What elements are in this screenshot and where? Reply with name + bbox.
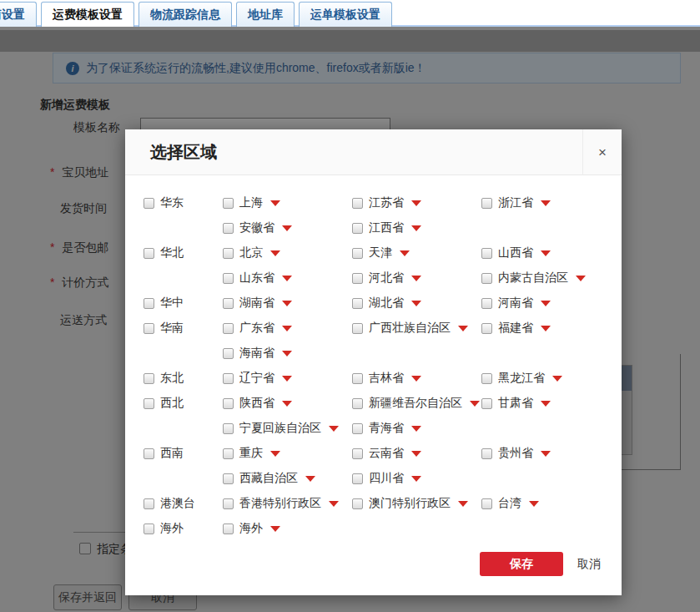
province-checkbox[interactable]: [223, 348, 234, 359]
region-row: 西藏自治区四川省: [144, 466, 622, 491]
province-checkbox[interactable]: [481, 198, 492, 209]
region-group-checkbox[interactable]: [144, 298, 154, 309]
province-checkbox[interactable]: [223, 273, 234, 284]
close-icon[interactable]: ×: [582, 129, 622, 175]
tab-logistics-tracking[interactable]: 物流跟踪信息: [138, 2, 232, 27]
province-checkbox[interactable]: [481, 448, 492, 459]
expand-cities-icon[interactable]: [541, 401, 551, 407]
province-checkbox[interactable]: [223, 523, 234, 534]
expand-cities-icon[interactable]: [270, 200, 280, 206]
region-group-checkbox[interactable]: [144, 373, 154, 384]
cancel-button[interactable]: 取消: [577, 557, 601, 572]
expand-cities-icon[interactable]: [541, 326, 551, 331]
province-label: 广西壮族自治区: [369, 321, 451, 336]
region-row: 华南广东省广西壮族自治区福建省: [144, 316, 622, 341]
province-checkbox[interactable]: [352, 398, 363, 409]
expand-cities-icon[interactable]: [411, 451, 421, 457]
province-label: 河南省: [498, 296, 533, 311]
province-checkbox[interactable]: [223, 248, 234, 259]
expand-cities-icon[interactable]: [270, 250, 280, 256]
province-checkbox[interactable]: [223, 398, 234, 409]
expand-cities-icon[interactable]: [411, 426, 421, 432]
region-group-cell: 华南: [144, 321, 223, 336]
province-label: 江苏省: [369, 195, 404, 210]
province-checkbox[interactable]: [223, 223, 234, 234]
expand-cities-icon[interactable]: [541, 451, 551, 457]
province-label: 内蒙古自治区: [498, 271, 568, 286]
expand-cities-icon[interactable]: [305, 476, 315, 482]
province-checkbox[interactable]: [481, 498, 492, 509]
expand-cities-icon[interactable]: [400, 250, 410, 256]
province-checkbox[interactable]: [223, 498, 234, 509]
expand-cities-icon[interactable]: [411, 225, 421, 231]
province-checkbox[interactable]: [352, 223, 363, 234]
region-group-checkbox[interactable]: [144, 448, 154, 459]
province-label: 上海: [239, 195, 263, 210]
region-group-checkbox[interactable]: [144, 523, 154, 534]
province-checkbox[interactable]: [481, 398, 492, 409]
expand-cities-icon[interactable]: [282, 326, 292, 331]
expand-cities-icon[interactable]: [411, 376, 421, 382]
expand-cities-icon[interactable]: [270, 526, 280, 532]
province-checkbox[interactable]: [352, 423, 363, 434]
province-checkbox[interactable]: [223, 448, 234, 459]
tab-freight-template-settings[interactable]: 运费模板设置: [41, 2, 134, 27]
expand-cities-icon[interactable]: [529, 501, 539, 507]
expand-cities-icon[interactable]: [552, 376, 562, 382]
province-checkbox[interactable]: [223, 373, 234, 384]
province-checkbox[interactable]: [481, 323, 492, 334]
expand-cities-icon[interactable]: [282, 376, 292, 382]
expand-cities-icon[interactable]: [411, 301, 421, 306]
expand-cities-icon[interactable]: [576, 276, 586, 281]
expand-cities-icon[interactable]: [411, 476, 421, 482]
tab-waybill-template-settings[interactable]: 运单模板设置: [299, 2, 392, 27]
region-group-checkbox[interactable]: [144, 248, 154, 259]
expand-cities-icon[interactable]: [282, 301, 292, 306]
province-checkbox[interactable]: [481, 248, 492, 259]
province-checkbox[interactable]: [352, 498, 363, 509]
region-group-checkbox[interactable]: [144, 198, 154, 209]
expand-cities-icon[interactable]: [282, 276, 292, 281]
save-button[interactable]: 保存: [480, 552, 563, 576]
province-checkbox[interactable]: [481, 273, 492, 284]
expand-cities-icon[interactable]: [541, 250, 551, 256]
expand-cities-icon[interactable]: [411, 276, 421, 281]
expand-cities-icon[interactable]: [541, 301, 551, 306]
province-checkbox[interactable]: [352, 248, 363, 259]
expand-cities-icon[interactable]: [411, 200, 421, 206]
province-checkbox[interactable]: [352, 298, 363, 309]
region-row: 港澳台香港特别行政区澳门特别行政区台湾: [144, 491, 622, 516]
expand-cities-icon[interactable]: [541, 200, 551, 206]
expand-cities-icon[interactable]: [270, 451, 280, 457]
province-checkbox[interactable]: [352, 448, 363, 459]
region-group-label: 华南: [160, 321, 184, 336]
expand-cities-icon[interactable]: [458, 326, 468, 331]
expand-cities-icon[interactable]: [329, 426, 339, 432]
province-checkbox[interactable]: [481, 373, 492, 384]
province-checkbox[interactable]: [223, 298, 234, 309]
region-group-checkbox[interactable]: [144, 323, 154, 334]
tab-address-book[interactable]: 地址库: [236, 2, 295, 27]
province-checkbox[interactable]: [223, 423, 234, 434]
province-checkbox[interactable]: [352, 198, 363, 209]
province-checkbox[interactable]: [223, 198, 234, 209]
province-checkbox[interactable]: [223, 473, 234, 484]
expand-cities-icon[interactable]: [282, 401, 292, 407]
province-checkbox[interactable]: [352, 473, 363, 484]
province-checkbox[interactable]: [481, 298, 492, 309]
region-group-checkbox[interactable]: [144, 398, 154, 409]
expand-cities-icon[interactable]: [282, 351, 292, 357]
province-checkbox[interactable]: [223, 323, 234, 334]
tab-merchant-settings[interactable]: 商设置: [0, 2, 37, 27]
province-checkbox[interactable]: [352, 373, 363, 384]
expand-cities-icon[interactable]: [282, 225, 292, 231]
province-checkbox[interactable]: [352, 323, 363, 334]
province-item: 黑龙江省: [481, 371, 611, 386]
province-label: 甘肃省: [498, 396, 533, 411]
province-item: 山东省: [223, 271, 352, 286]
region-group-checkbox[interactable]: [144, 498, 154, 509]
expand-cities-icon[interactable]: [470, 401, 480, 407]
expand-cities-icon[interactable]: [458, 501, 468, 507]
expand-cities-icon[interactable]: [329, 501, 339, 507]
province-checkbox[interactable]: [352, 273, 363, 284]
